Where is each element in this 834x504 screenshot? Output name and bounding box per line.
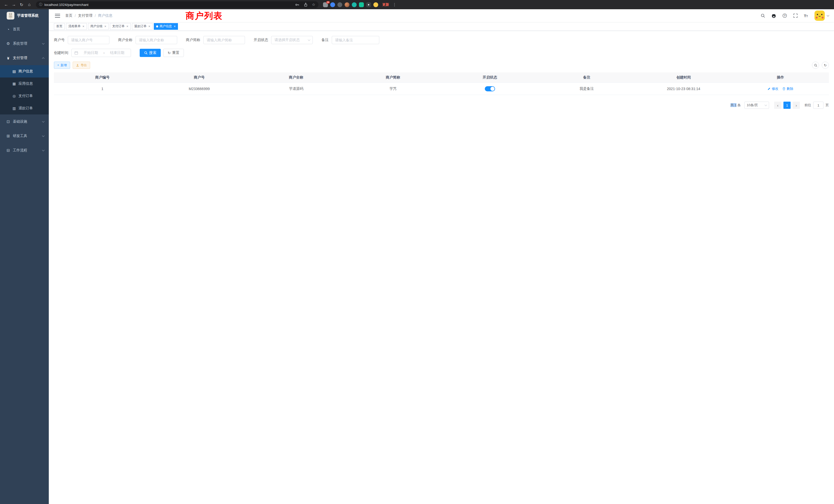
pagination: 共 1 条 10条/页 ‹ 1 › 前往 页 [54, 101, 829, 109]
tab-home[interactable]: 首页 [54, 23, 65, 30]
tab-process-form[interactable]: 流程表单 × [66, 23, 87, 30]
sidebar-item-system[interactable]: ⚙ 系统管理 [0, 37, 49, 51]
tab-user-group[interactable]: 用户分组 × [88, 23, 109, 30]
toggle-search-icon[interactable] [812, 62, 819, 69]
share-icon[interactable] [304, 3, 308, 7]
logo[interactable]: 芋道管理系统 [0, 9, 49, 22]
delete-button[interactable]: 删除 [783, 87, 793, 91]
search-button[interactable]: 搜索 [140, 49, 161, 57]
status-label: 开启状态 [254, 38, 268, 42]
close-icon[interactable]: × [126, 24, 128, 28]
extension-badge: 10 [326, 1, 330, 4]
bookmark-star-icon[interactable]: ☆ [312, 2, 315, 7]
extension-icon-8[interactable] [373, 2, 378, 7]
full-name-input[interactable] [136, 36, 177, 44]
page-content: 商户号 商户全称 商户简称 开启状态 请选择开启状态 [49, 31, 834, 504]
sidebar-item-dev-tools[interactable]: ⊞ 研发工具 [0, 129, 49, 143]
tab-merchant-info[interactable]: 商户信息 × [154, 23, 178, 30]
fullscreen-icon[interactable] [790, 9, 801, 22]
url-bar[interactable]: ⓘ localhost:1024/pay/merchant ☆ [36, 1, 319, 8]
close-icon[interactable]: × [148, 24, 151, 28]
filter-row-1: 商户号 商户全称 商户简称 开启状态 请选择开启状态 [54, 36, 829, 44]
refresh-table-icon[interactable]: ↻ [822, 62, 829, 69]
logo-image [7, 12, 14, 20]
refresh-icon: ↻ [168, 51, 171, 55]
tab-refund-order[interactable]: 退款订单 × [132, 23, 153, 30]
breadcrumb-current: 商户信息 [98, 13, 112, 18]
sidebar-item-app-info[interactable]: ▦ 应用信息 [0, 77, 49, 90]
browser-menu-icon[interactable]: ⋮ [393, 2, 396, 7]
close-icon[interactable]: × [105, 24, 107, 28]
sidebar-item-payment[interactable]: ¥ 支付管理 [0, 51, 49, 65]
page-size-select[interactable]: 10条/页 [744, 101, 769, 109]
sidebar-item-merchant-info[interactable]: ▤ 商户信息 [0, 65, 49, 77]
tab-pay-order[interactable]: 支付订单 × [110, 23, 131, 30]
extension-icon-6[interactable] [359, 2, 364, 7]
cell-actions: 修改 删除 [732, 83, 829, 95]
page-unit: 页 [826, 103, 829, 108]
back-icon[interactable]: ← [3, 1, 10, 8]
chevron-down-icon [827, 14, 829, 17]
prev-page-button[interactable]: ‹ [774, 101, 781, 109]
site-info-icon[interactable]: ⓘ [39, 2, 42, 7]
gear-icon: ⚙ [5, 41, 11, 46]
short-name-input[interactable] [203, 36, 245, 44]
page-annotation: 商户列表 [185, 10, 223, 22]
extension-icon-5[interactable] [352, 2, 357, 7]
app-title: 芋道管理系统 [17, 13, 39, 18]
date-range-picker[interactable]: 开始日期 - 结束日期 [71, 49, 131, 57]
extension-icon-4[interactable] [345, 2, 349, 7]
close-icon[interactable]: × [83, 24, 85, 28]
cell-short-name: 芋艿 [345, 83, 441, 95]
short-name-label: 商户简称 [186, 38, 200, 42]
payment-submenu: ▤ 商户信息 ▦ 应用信息 ◎ 支付订单 ▥ 退款订单 [0, 65, 49, 114]
browser-update-button[interactable]: 更新 [382, 2, 389, 7]
screen: ← → ↻ ⌂ ⓘ localhost:1024/pay/merchant ☆ … [0, 0, 834, 504]
reset-button[interactable]: ↻ 重置 [163, 49, 184, 57]
avatar[interactable] [814, 10, 825, 21]
sidebar-item-infrastructure[interactable]: ⊡ 基础设施 [0, 114, 49, 129]
add-button[interactable]: + 新增 [54, 62, 70, 69]
merchant-no-input[interactable] [68, 36, 109, 44]
breadcrumb-payment[interactable]: 支付管理 [78, 13, 92, 18]
sidebar-item-home[interactable]: ◔ 首页 [0, 22, 49, 37]
total-count: 共 1 条 [730, 103, 741, 108]
start-date-placeholder: 开始日期 [80, 50, 102, 55]
sidebar-item-pay-order[interactable]: ◎ 支付订单 [0, 90, 49, 102]
user-menu[interactable] [814, 10, 829, 21]
trash-icon [783, 87, 786, 90]
reload-icon[interactable]: ↻ [18, 1, 25, 8]
calendar-icon [74, 51, 78, 55]
header-search-icon[interactable] [758, 9, 768, 22]
github-icon[interactable] [768, 9, 779, 22]
target-icon: ◎ [11, 94, 17, 98]
edit-button[interactable]: 修改 [768, 87, 778, 91]
next-page-button[interactable]: › [793, 101, 800, 109]
status-toggle[interactable] [485, 86, 495, 91]
forward-icon[interactable]: → [10, 1, 18, 8]
chevron-down-icon [42, 134, 45, 137]
page-1-button[interactable]: 1 [784, 101, 791, 109]
sidebar-item-refund-order[interactable]: ▥ 退款订单 [0, 102, 49, 114]
breadcrumb-home[interactable]: 首页 [65, 13, 72, 18]
export-button[interactable]: 导出 [73, 62, 90, 69]
font-size-icon[interactable]: TT [801, 9, 811, 22]
status-select[interactable]: 请选择开启状态 [271, 36, 313, 44]
url-text: localhost:1024/pay/merchant [44, 3, 89, 7]
goto-label: 前往 [805, 103, 811, 108]
password-key-icon[interactable] [295, 3, 300, 7]
extension-icon-2[interactable] [330, 2, 335, 7]
help-icon[interactable]: ? [779, 9, 790, 22]
chevron-down-icon [308, 38, 310, 41]
extensions-area: 10 [323, 2, 378, 7]
remark-input[interactable] [332, 36, 379, 44]
extension-icon-7[interactable] [366, 2, 371, 7]
home-icon[interactable]: ⌂ [26, 1, 33, 8]
extension-icon-1[interactable]: 10 [323, 2, 328, 7]
table-header: 商户编号 商户号 商户全称 商户简称 开启状态 备注 创建时间 操作 [54, 72, 829, 83]
sidebar-item-workflow[interactable]: ⊟ 工作流程 [0, 143, 49, 158]
close-icon[interactable]: × [174, 24, 176, 28]
goto-page-input[interactable] [813, 101, 824, 109]
hamburger-icon[interactable] [55, 14, 60, 18]
extension-icon-3[interactable] [337, 2, 342, 7]
